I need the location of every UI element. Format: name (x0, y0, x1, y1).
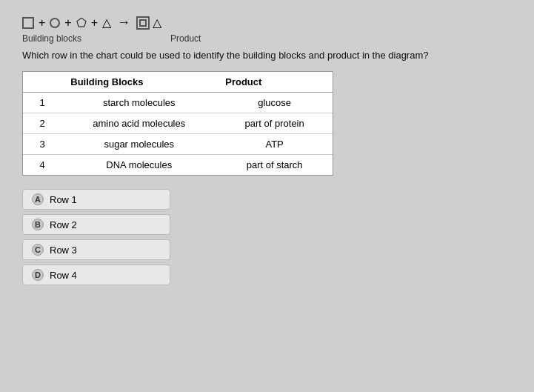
square-shape (22, 17, 34, 29)
question-text: Which row in the chart could be used to … (22, 50, 467, 61)
option-letter-b: B (35, 220, 41, 229)
diagram: + + ⬠ + △ → △ (22, 15, 512, 30)
option-label-b: Row 2 (50, 219, 77, 230)
option-label-d: Row 4 (50, 270, 77, 281)
option-label-c: Row 3 (50, 245, 77, 256)
row-number: 2 (23, 113, 61, 134)
row-number: 4 (23, 155, 61, 176)
option-c[interactable]: C Row 3 (22, 239, 170, 260)
table-header-row: Building Blocks Product (23, 72, 333, 93)
option-circle-b: B (32, 219, 44, 230)
option-letter-a: A (35, 195, 41, 204)
pentagon-shape: ⬠ (76, 17, 87, 29)
option-a[interactable]: A Row 1 (22, 189, 170, 210)
option-letter-d: D (35, 270, 41, 279)
arrow-icon: → (117, 15, 130, 30)
product-cell: ATP (216, 134, 333, 155)
building-blocks-label: Building blocks (22, 33, 81, 44)
row-number: 1 (23, 93, 61, 113)
building-blocks-cell: sugar molecules (61, 134, 216, 155)
product-cell: glucose (216, 93, 333, 113)
option-b[interactable]: B Row 2 (22, 214, 170, 235)
product-label: Product (170, 33, 201, 44)
option-circle-a: A (32, 193, 44, 205)
table-row: 2 amino acid molecules part of protein (23, 113, 333, 134)
table-row: 4 DNA molecules part of starch (23, 155, 333, 176)
row-number: 3 (23, 134, 61, 155)
option-d[interactable]: D Row 4 (22, 265, 170, 285)
product-shape-box (136, 16, 150, 30)
option-circle-d: D (32, 269, 44, 281)
product-cell: part of starch (216, 155, 333, 176)
building-blocks-cell: amino acid molecules (61, 113, 216, 134)
col-header-building: Building Blocks (61, 72, 216, 93)
option-letter-c: C (35, 245, 41, 254)
circle-shape (50, 18, 60, 28)
diagram-labels: Building blocks Product (22, 33, 512, 44)
building-blocks-cell: DNA molecules (61, 155, 216, 176)
data-table: Building Blocks Product 1 starch molecul… (22, 71, 333, 176)
col-header-product: Product (216, 72, 333, 93)
answer-options: A Row 1 B Row 2 C Row 3 D Row 4 (22, 189, 512, 285)
option-label-a: Row 1 (50, 194, 77, 205)
product-triangle: △ (153, 17, 161, 29)
table-row: 1 starch molecules glucose (23, 93, 333, 113)
product-cell: part of protein (216, 113, 333, 134)
plus-sign-1: + (39, 16, 45, 30)
col-header-row (23, 72, 61, 93)
plus-sign-3: + (91, 16, 98, 30)
building-blocks-cell: starch molecules (61, 93, 216, 113)
option-circle-c: C (32, 244, 44, 256)
table-row: 3 sugar molecules ATP (23, 134, 333, 155)
triangle-shape: △ (102, 17, 111, 29)
plus-sign-2: + (64, 16, 71, 30)
